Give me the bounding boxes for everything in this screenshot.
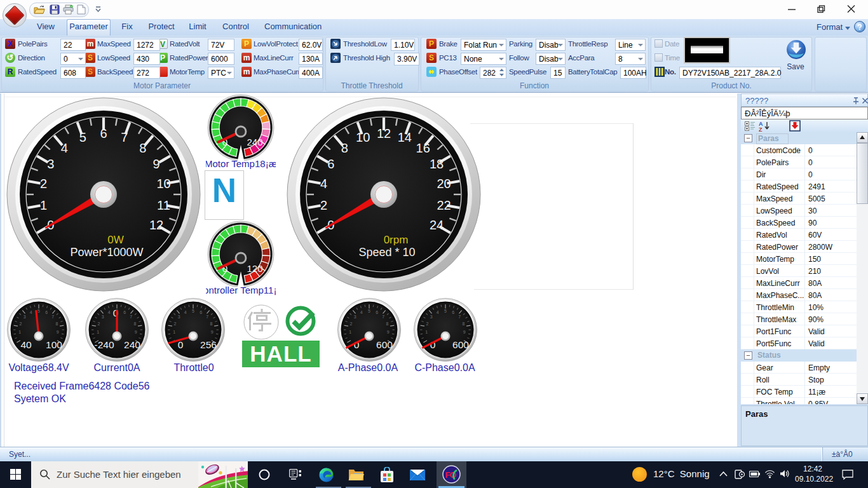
svg-text:6: 6 (100, 126, 107, 140)
svg-text:5: 5 (192, 309, 194, 313)
svg-text:12: 12 (377, 126, 391, 140)
svg-text:Z: Z (759, 126, 763, 132)
svg-text:11: 11 (157, 198, 170, 212)
svg-text:2: 2 (98, 322, 100, 326)
svg-text:5: 5 (368, 309, 370, 313)
svg-text:4: 4 (30, 310, 32, 315)
svg-text:9: 9 (387, 330, 390, 334)
svg-text:8: 8 (56, 322, 58, 326)
svg-text:8: 8 (341, 141, 348, 155)
svg-text:2: 2 (320, 198, 327, 212)
svg-text:4: 4 (360, 310, 363, 315)
svg-text:4: 4 (437, 310, 439, 315)
svg-text:7: 7 (382, 315, 384, 319)
svg-text:3: 3 (354, 315, 356, 319)
svg-text:3: 3 (102, 315, 104, 319)
svg-text:3: 3 (430, 315, 433, 319)
svg-text:240: 240 (124, 339, 140, 350)
svg-text:-240: -240 (94, 339, 114, 350)
svg-text:600: 600 (376, 339, 393, 350)
svg-text:9: 9 (211, 330, 214, 334)
svg-text:120: 120 (247, 263, 262, 274)
svg-text:Power*1000W: Power*1000W (70, 246, 143, 259)
svg-text:1: 1 (349, 330, 351, 334)
svg-text:9: 9 (153, 157, 160, 171)
svg-text:22: 22 (437, 198, 451, 212)
svg-text:24: 24 (430, 218, 444, 232)
svg-text:4: 4 (184, 310, 187, 315)
svg-text:8: 8 (386, 322, 389, 326)
svg-text:1: 1 (173, 330, 175, 334)
svg-text:7: 7 (206, 315, 208, 319)
svg-text:Speed * 10: Speed * 10 (358, 246, 415, 259)
svg-text:5: 5 (79, 130, 86, 144)
svg-text:10: 10 (156, 177, 170, 191)
svg-text:4: 4 (320, 177, 327, 191)
svg-text:1: 1 (18, 330, 21, 334)
svg-text:16: 16 (416, 141, 430, 155)
svg-text:2: 2 (40, 177, 47, 191)
svg-text:3: 3 (24, 315, 26, 319)
svg-text:4: 4 (108, 310, 111, 315)
svg-text:7: 7 (458, 315, 461, 319)
svg-text:2: 2 (426, 322, 429, 326)
svg-text:100: 100 (46, 339, 62, 350)
svg-text:6: 6 (452, 310, 454, 315)
svg-text:40: 40 (20, 339, 32, 350)
svg-text:0W: 0W (107, 234, 124, 246)
svg-text:6: 6 (123, 310, 126, 315)
svg-text:9: 9 (57, 330, 59, 334)
svg-text:8: 8 (134, 322, 137, 326)
svg-text:0rpm: 0rpm (384, 234, 409, 246)
svg-text:6: 6 (200, 310, 202, 315)
svg-text:2: 2 (350, 322, 353, 326)
svg-text:6: 6 (45, 310, 48, 315)
svg-text:7: 7 (121, 130, 128, 144)
svg-text:7: 7 (51, 315, 54, 319)
svg-text:1: 1 (97, 330, 99, 334)
svg-text:14: 14 (398, 130, 412, 144)
svg-text:5: 5 (37, 309, 40, 313)
svg-text:8: 8 (210, 322, 213, 326)
svg-text:6: 6 (376, 310, 378, 315)
svg-text:240: 240 (247, 137, 262, 147)
svg-text:20: 20 (437, 177, 451, 191)
svg-text:3: 3 (47, 157, 54, 171)
svg-text:12: 12 (149, 218, 163, 232)
svg-text:10: 10 (356, 130, 370, 144)
svg-text:8: 8 (463, 322, 465, 326)
svg-text:7: 7 (130, 315, 132, 319)
svg-text:3: 3 (178, 315, 180, 319)
svg-text:1: 1 (425, 330, 428, 334)
svg-text:1: 1 (40, 198, 47, 212)
svg-text:5: 5 (444, 309, 447, 313)
svg-text:2: 2 (20, 322, 22, 326)
svg-text:18: 18 (430, 157, 444, 171)
svg-text:9: 9 (135, 330, 137, 334)
svg-text:6: 6 (327, 157, 334, 171)
svg-text:4: 4 (61, 141, 68, 155)
svg-text:9: 9 (463, 330, 466, 334)
svg-text:600: 600 (452, 339, 469, 350)
svg-text:256: 256 (200, 339, 217, 350)
svg-text:2: 2 (174, 322, 177, 326)
svg-text:8: 8 (139, 141, 146, 155)
